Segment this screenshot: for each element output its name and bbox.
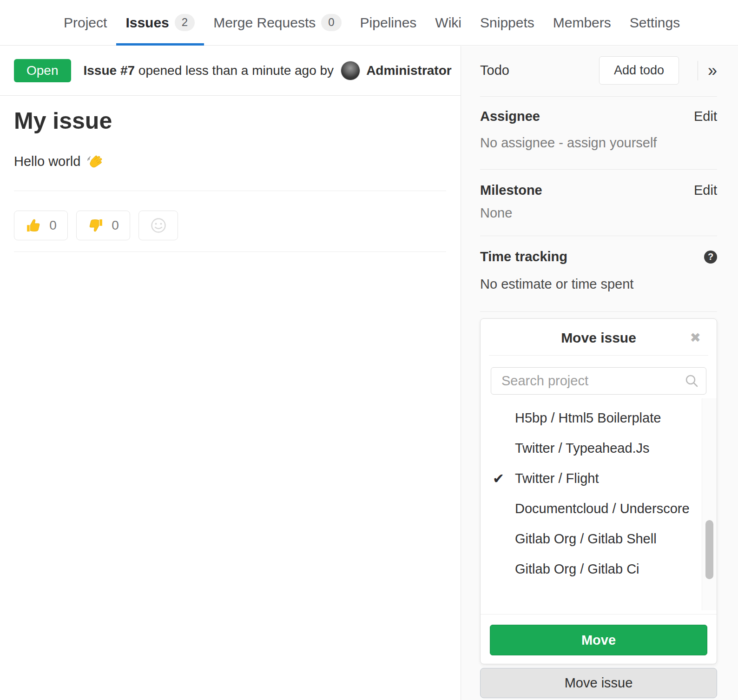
search-icon (684, 373, 699, 389)
status-badge: Open (14, 59, 71, 82)
project-option-label: Twitter / Typeahead.Js (515, 441, 650, 456)
project-option-label: Documentcloud / Underscore (515, 501, 690, 516)
issue-header: Open Issue #7 opened less than a minute … (0, 46, 461, 96)
issue-number: Issue #7 (84, 63, 135, 78)
milestone-label: Milestone (480, 183, 542, 198)
issue-main-column: Open Issue #7 opened less than a minute … (0, 46, 461, 700)
nav-label: Merge Requests (213, 15, 316, 31)
add-reaction-button[interactable] (138, 211, 178, 240)
project-option[interactable]: ✔ Documentcloud / Underscore (481, 494, 702, 524)
nav-label: Project (64, 15, 107, 31)
smiley-icon (150, 217, 167, 234)
project-search (491, 367, 706, 395)
milestone-value: None (480, 205, 717, 221)
move-panel-footer: Move (481, 614, 717, 664)
nav-label: Pipelines (360, 15, 417, 31)
project-option[interactable]: ✔ Gitlab Org / Gitlab Ci (481, 554, 702, 584)
issue-title: My issue (14, 108, 447, 135)
project-nav: Project Issues 2 Merge Requests 0 Pipeli… (0, 0, 738, 46)
issue-description-text: Hello world (14, 154, 80, 169)
assign-yourself-link[interactable]: assign yourself (567, 135, 657, 150)
move-issue-panel-title: Move issue (561, 330, 636, 345)
author-avatar[interactable] (341, 61, 360, 80)
section-divider (480, 311, 717, 312)
nav-item-snippets[interactable]: Snippets (471, 0, 544, 45)
nav-label: Members (553, 15, 611, 31)
assignee-value: No assignee - assign yourself (480, 135, 717, 151)
award-emoji-row: 0 0 (14, 211, 447, 240)
nav-label: Wiki (435, 15, 461, 31)
project-option-selected[interactable]: ✔ Twitter / Flight (481, 463, 702, 494)
check-icon: ✔ (493, 470, 504, 487)
move-issue-dropdown: Move issue ✖ ✔ H5bp / Html5 Boilerplate … (480, 318, 717, 664)
panel-divider (489, 355, 708, 356)
project-option-label: Gitlab Org / Gitlab Ci (515, 561, 639, 577)
project-list-viewport: ✔ H5bp / Html5 Boilerplate ✔ Twitter / T… (481, 397, 717, 610)
merge-requests-count-badge: 0 (321, 14, 341, 31)
thumbs-down-icon (87, 217, 104, 234)
author-name[interactable]: Administrator (366, 63, 452, 78)
project-option[interactable]: ✔ Gitlab Org / Gitlab Shell (481, 524, 702, 554)
move-button[interactable]: Move (490, 625, 707, 655)
nav-label: Settings (630, 15, 680, 31)
assignee-section: Assignee Edit No assignee - assign yours… (480, 96, 717, 169)
time-tracking-value: No estimate or time spent (480, 277, 717, 292)
move-issue-button[interactable]: Move issue (480, 668, 717, 698)
scrollbar-track[interactable] (702, 398, 717, 610)
project-option-label: H5bp / Html5 Boilerplate (515, 410, 661, 426)
nav-item-settings[interactable]: Settings (620, 0, 689, 45)
help-icon[interactable]: ? (704, 251, 717, 264)
time-tracking-label: Time tracking (480, 249, 567, 264)
vertical-divider (698, 61, 698, 80)
project-list: ✔ H5bp / Html5 Boilerplate ✔ Twitter / T… (481, 397, 702, 610)
assignee-edit-link[interactable]: Edit (694, 109, 717, 124)
content-divider (14, 251, 446, 252)
thumbs-down-button[interactable]: 0 (76, 211, 130, 240)
collapse-sidebar-icon[interactable]: » (708, 62, 717, 79)
nav-item-members[interactable]: Members (544, 0, 620, 45)
time-tracking-section: Time tracking ? No estimate or time spen… (480, 236, 717, 311)
nav-item-pipelines[interactable]: Pipelines (351, 0, 426, 45)
issue-description: Hello world (14, 153, 447, 170)
move-issue-panel-header: Move issue ✖ (481, 319, 717, 352)
nav-label: Issues (125, 15, 169, 31)
milestone-edit-link[interactable]: Edit (694, 183, 717, 198)
project-option[interactable]: ✔ Twitter / Typeahead.Js (481, 433, 702, 463)
close-icon[interactable]: ✖ (690, 330, 701, 345)
issues-count-badge: 2 (175, 14, 195, 31)
thumbs-down-count: 0 (112, 218, 119, 233)
thumbs-up-button[interactable]: 0 (14, 211, 68, 240)
nav-item-wiki[interactable]: Wiki (426, 0, 471, 45)
todo-label: Todo (480, 63, 509, 78)
project-option-label: Twitter / Flight (515, 471, 599, 486)
assignee-label: Assignee (480, 109, 540, 124)
issue-sidebar: Todo Add todo » Assignee Edit No assigne… (461, 46, 738, 700)
nav-item-issues[interactable]: Issues 2 (116, 0, 204, 45)
no-assignee-text: No assignee - (480, 135, 567, 150)
project-option-label: Gitlab Org / Gitlab Shell (515, 531, 657, 547)
nav-item-merge-requests[interactable]: Merge Requests 0 (204, 0, 350, 45)
nav-label: Snippets (480, 15, 534, 31)
issue-meta: Issue #7 opened less than a minute ago b… (84, 63, 334, 78)
search-project-input[interactable] (491, 367, 706, 395)
thumbs-up-icon (25, 217, 42, 234)
content-divider (14, 191, 446, 191)
wave-emoji (86, 153, 103, 170)
nav-item-project[interactable]: Project (54, 0, 116, 45)
issue-opened-text: opened less than a minute ago by (138, 63, 334, 78)
todo-section: Todo Add todo » (480, 56, 717, 96)
scrollbar-thumb[interactable] (705, 520, 713, 579)
thumbs-up-count: 0 (49, 218, 57, 233)
project-option[interactable]: ✔ H5bp / Html5 Boilerplate (481, 403, 702, 433)
milestone-section: Milestone Edit None (480, 169, 717, 236)
add-todo-button[interactable]: Add todo (599, 56, 679, 85)
